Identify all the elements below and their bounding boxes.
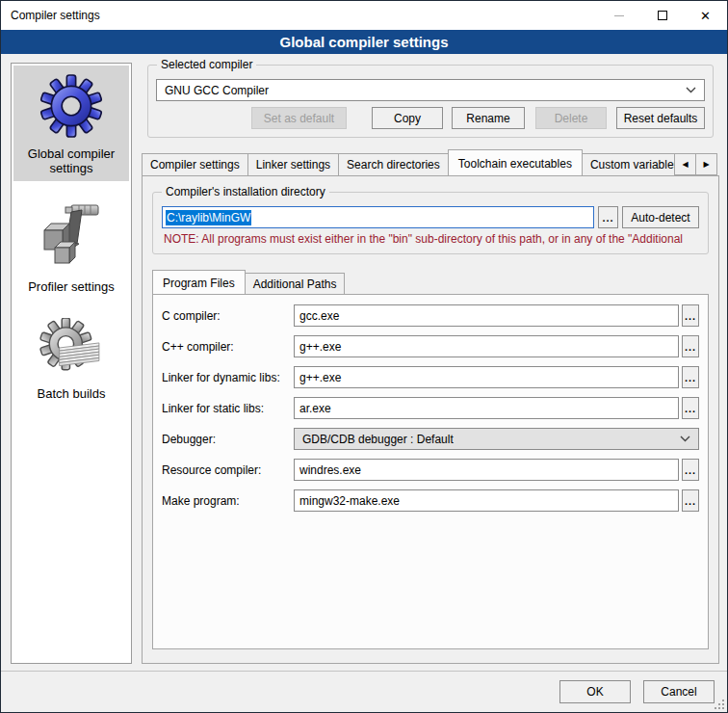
tab-scroll-right-button[interactable]: ▶: [695, 153, 717, 175]
set-as-default-button[interactable]: Set as default: [251, 107, 347, 129]
debugger-label: Debugger:: [162, 433, 294, 446]
field-row-static-linker: Linker for static libs: ...: [162, 397, 699, 419]
installation-directory-browse-button[interactable]: ...: [598, 206, 618, 228]
field-row-cpp-compiler: C++ compiler: ...: [162, 335, 699, 357]
sidebar-item-global-compiler-settings[interactable]: Global compiler settings: [13, 66, 129, 181]
minimize-button[interactable]: [597, 1, 640, 30]
gray-gear-stack-icon: [39, 318, 103, 381]
selected-compiler-group: Selected compiler GNU GCC Compiler Set a…: [147, 65, 714, 138]
blue-gear-icon: [39, 74, 103, 141]
resource-compiler-browse-button[interactable]: ...: [682, 459, 699, 481]
resource-compiler-label: Resource compiler:: [162, 463, 294, 477]
tab-linker-settings[interactable]: Linker settings: [247, 153, 339, 175]
resource-compiler-input[interactable]: [294, 459, 679, 481]
sidebar-item-label: Global compiler settings: [15, 146, 127, 175]
tab-toolchain-executables[interactable]: Toolchain executables: [448, 149, 583, 176]
ok-button[interactable]: OK: [559, 680, 631, 703]
installation-directory-group: Compiler's installation directory C:\ray…: [152, 192, 709, 254]
ellipsis-icon: ...: [685, 467, 696, 473]
installation-directory-input[interactable]: C:\raylib\MinGW: [162, 206, 594, 228]
ellipsis-icon: ...: [685, 375, 696, 381]
toolchain-executables-page: Compiler's installation directory C:\ray…: [142, 175, 719, 664]
settings-tab-bar: Compiler settings Linker settings Search…: [142, 147, 719, 175]
tab-custom-variables[interactable]: Custom variables: [582, 153, 689, 175]
c-compiler-browse-button[interactable]: ...: [682, 304, 699, 327]
tab-search-directories[interactable]: Search directories: [338, 153, 449, 175]
installation-directory-group-label: Compiler's installation directory: [162, 185, 329, 198]
rename-button[interactable]: Rename: [452, 107, 525, 129]
field-row-c-compiler: C compiler: ...: [162, 304, 699, 327]
field-row-dynamic-linker: Linker for dynamic libs: ...: [162, 366, 699, 388]
resize-grip[interactable]: [722, 707, 724, 709]
compiler-settings-dialog: Compiler settings ✕ Global compiler sett…: [0, 0, 728, 713]
static-linker-label: Linker for static libs:: [162, 402, 294, 415]
ellipsis-icon: ...: [685, 498, 696, 504]
debugger-select[interactable]: GDB/CDB debugger : Default: [294, 428, 699, 450]
tab-scroll-left-button[interactable]: ◀: [674, 153, 696, 175]
field-row-make-program: Make program: ...: [162, 489, 699, 512]
selected-compiler-group-label: Selected compiler: [157, 58, 256, 71]
ellipsis-icon: ...: [685, 344, 696, 350]
field-row-resource-compiler: Resource compiler: ...: [162, 459, 699, 481]
installation-directory-value: C:\raylib\MinGW: [166, 210, 251, 225]
program-files-page: C compiler: ... C++ compiler: ... Linker…: [152, 294, 709, 649]
chevron-down-icon: [680, 436, 690, 442]
chevron-down-icon: [686, 87, 696, 93]
dynamic-linker-browse-button[interactable]: ...: [682, 366, 699, 388]
make-program-label: Make program:: [162, 494, 294, 508]
close-icon: ✕: [700, 10, 711, 22]
debugger-select-value: GDB/CDB debugger : Default: [302, 433, 680, 446]
tab-additional-paths[interactable]: Additional Paths: [245, 273, 346, 294]
sidebar-item-label: Batch builds: [38, 386, 106, 401]
c-compiler-input[interactable]: [294, 304, 679, 327]
c-compiler-label: C compiler:: [162, 309, 294, 323]
copy-button[interactable]: Copy: [372, 107, 443, 129]
settings-category-list: Global compiler settings: [11, 63, 132, 664]
close-button[interactable]: ✕: [684, 1, 727, 30]
compiler-select-value: GNU GCC Compiler: [165, 84, 686, 97]
sidebar-item-profiler-settings[interactable]: Profiler settings: [13, 191, 129, 300]
cancel-button[interactable]: Cancel: [643, 680, 715, 703]
caliper-icon: [37, 199, 106, 274]
static-linker-browse-button[interactable]: ...: [682, 397, 699, 419]
scroll-right-icon: ▶: [703, 160, 709, 169]
dynamic-linker-input[interactable]: [294, 366, 679, 388]
maximize-button[interactable]: [640, 1, 684, 30]
sidebar-item-label: Profiler settings: [28, 279, 115, 294]
minimize-icon: [614, 15, 624, 16]
tab-compiler-settings[interactable]: Compiler settings: [142, 153, 248, 175]
cpp-compiler-label: C++ compiler:: [162, 340, 294, 354]
dynamic-linker-label: Linker for dynamic libs:: [162, 371, 294, 384]
cpp-compiler-input[interactable]: [294, 335, 679, 357]
reset-defaults-button[interactable]: Reset defaults: [616, 107, 705, 129]
auto-detect-button[interactable]: Auto-detect: [622, 206, 699, 228]
maximize-icon: [658, 11, 667, 20]
make-program-input[interactable]: [294, 489, 679, 512]
cpp-compiler-browse-button[interactable]: ...: [682, 335, 699, 357]
ellipsis-icon: ...: [602, 215, 613, 221]
title-bar: Compiler settings ✕: [1, 1, 727, 30]
program-files-tab-bar: Program Files Additional Paths: [150, 268, 711, 294]
static-linker-input[interactable]: [294, 397, 679, 419]
scroll-left-icon: ◀: [682, 160, 688, 169]
tab-program-files[interactable]: Program Files: [152, 270, 246, 295]
make-program-browse-button[interactable]: ...: [682, 489, 699, 512]
window-title: Compiler settings: [1, 9, 597, 22]
delete-button[interactable]: Delete: [535, 107, 607, 129]
dialog-footer: OK Cancel: [1, 671, 727, 712]
ellipsis-icon: ...: [685, 313, 696, 319]
compiler-select[interactable]: GNU GCC Compiler: [156, 79, 705, 101]
bin-subdirectory-note: NOTE: All programs must exist either in …: [164, 232, 699, 246]
sidebar-item-batch-builds[interactable]: Batch builds: [13, 309, 129, 407]
field-row-debugger: Debugger: GDB/CDB debugger : Default: [162, 428, 699, 450]
page-title: Global compiler settings: [1, 30, 727, 54]
ellipsis-icon: ...: [685, 406, 696, 411]
